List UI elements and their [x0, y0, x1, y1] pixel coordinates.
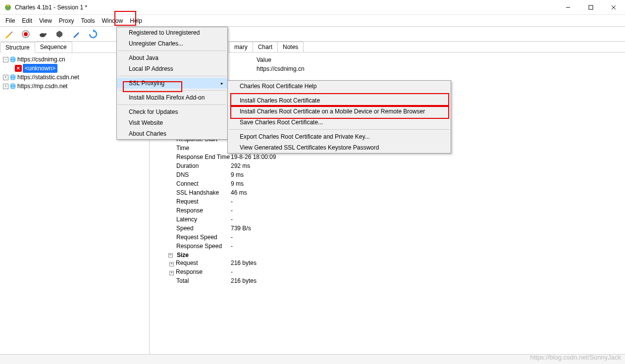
window-title: Charles 4.1b1 - Session 1 *: [15, 4, 87, 11]
record-icon[interactable]: [21, 29, 31, 39]
key-label: Request Speed: [162, 233, 231, 242]
key-label: Total: [162, 276, 231, 285]
error-icon: ✕: [15, 65, 22, 72]
group-label: Size: [177, 252, 189, 259]
tree-label: https://csdnimg.cn: [17, 55, 65, 64]
key-label: Speed: [162, 224, 231, 233]
tree-label: <unknown>: [23, 64, 57, 73]
tab-summary[interactable]: mary: [229, 42, 253, 52]
key-label: Response: [162, 206, 231, 215]
menubar: File Edit View Proxy Tools Window Help: [0, 15, 625, 27]
value-label: -: [231, 242, 233, 251]
menu-item[interactable]: About Charles: [117, 128, 227, 139]
collapse-icon[interactable]: −: [168, 253, 173, 258]
value-label: 739 B/s: [231, 224, 251, 233]
tab-sequence[interactable]: Sequence: [35, 42, 72, 52]
value-label: 292 ms: [231, 161, 250, 170]
size-row: +Response-: [162, 267, 617, 276]
value-label: 9 ms: [231, 179, 244, 188]
close-button[interactable]: [602, 0, 625, 15]
tab-notes[interactable]: Notes: [277, 42, 304, 52]
menu-edit[interactable]: Edit: [18, 16, 36, 25]
svg-rect-3: [589, 5, 593, 9]
globe-icon: [9, 56, 16, 63]
menu-item[interactable]: Visit Website: [117, 117, 227, 128]
menu-proxy[interactable]: Proxy: [55, 16, 78, 25]
menu-file[interactable]: File: [2, 16, 18, 25]
pen-icon[interactable]: [71, 29, 81, 39]
key-label: Latency: [162, 215, 231, 224]
timing-row: Connect9 ms: [162, 179, 617, 188]
menu-item[interactable]: Install Charles Root Certificate: [228, 95, 451, 106]
tab-structure[interactable]: Structure: [0, 42, 35, 53]
size-row: Total216 bytes: [162, 276, 617, 285]
menu-item[interactable]: Export Charles Root Certificate and Priv…: [228, 131, 451, 142]
key-label: Connect: [162, 179, 231, 188]
menu-item[interactable]: Local IP Address: [117, 63, 227, 74]
ssl-proxying-submenu: Charles Root Certificate HelpInstall Cha…: [227, 80, 451, 154]
tab-chart[interactable]: Chart: [253, 42, 278, 52]
timing-row: Response Speed-: [162, 242, 617, 251]
menu-view[interactable]: View: [36, 16, 55, 25]
tree-label: https://statistic.csdn.net: [17, 73, 79, 82]
timing-row: Response End Time19-8-26 18:00:09: [162, 153, 617, 161]
key-label: Response End Time: [162, 153, 231, 161]
menu-item[interactable]: Install Mozilla Firefox Add-on: [117, 92, 227, 103]
expand-icon[interactable]: +: [3, 75, 8, 80]
broom-icon[interactable]: [4, 29, 14, 39]
value-label: -: [231, 267, 233, 276]
value-label: 46 ms: [231, 188, 247, 197]
turtle-icon[interactable]: [38, 29, 48, 39]
menu-item[interactable]: Unregister Charles...: [117, 38, 227, 49]
size-header[interactable]: − Size: [162, 252, 617, 259]
svg-marker-11: [56, 31, 62, 38]
key-label: +Request: [162, 259, 231, 267]
menu-help[interactable]: Help: [126, 16, 146, 25]
menu-item[interactable]: View Generated SSL Certificates Keystore…: [228, 142, 451, 153]
value-label: -: [231, 206, 233, 215]
menu-tools[interactable]: Tools: [78, 16, 99, 25]
svg-point-10: [45, 33, 47, 35]
menu-item[interactable]: SSL Proxying▸: [117, 78, 227, 89]
value-label: 216 bytes: [231, 276, 257, 285]
titlebar: Charles 4.1b1 - Session 1 *: [0, 0, 625, 15]
key-label: SSL Handshake: [162, 188, 231, 197]
size-group: − Size +Request216 bytes+Response-Total2…: [162, 252, 617, 285]
app-icon: [4, 3, 12, 11]
globe-icon: [9, 74, 16, 81]
watermark: https://blog.csdn.net/SonnyJack: [530, 354, 621, 361]
timing-row: Request Speed-: [162, 233, 617, 242]
maximize-button[interactable]: [579, 0, 602, 15]
globe-icon: [9, 83, 16, 90]
expand-icon[interactable]: +: [169, 262, 174, 266]
expand-icon[interactable]: −: [3, 57, 8, 62]
menu-item[interactable]: Registered to Unregistered: [117, 27, 227, 38]
svg-line-6: [9, 32, 12, 35]
timing-row: Request-: [162, 197, 617, 206]
value-label: 9 ms: [231, 170, 244, 179]
help-menu: Registered to UnregisteredUnregister Cha…: [116, 27, 228, 140]
tree-label: https://mp.csdn.net: [17, 82, 67, 91]
timing-row: SSL Handshake46 ms: [162, 188, 617, 197]
expand-icon[interactable]: +: [3, 84, 8, 89]
window-controls: [557, 0, 625, 15]
menu-item[interactable]: Check for Updates: [117, 106, 227, 117]
menu-item[interactable]: Install Charles Root Certificate on a Mo…: [228, 106, 451, 117]
menu-window[interactable]: Window: [99, 16, 127, 25]
minimize-button[interactable]: [557, 0, 579, 15]
menu-item[interactable]: About Java: [117, 52, 227, 63]
hexagon-icon[interactable]: [54, 29, 64, 39]
expand-icon[interactable]: +: [169, 271, 174, 275]
key-label: +Response: [162, 267, 231, 276]
key-label: DNS: [162, 170, 231, 179]
menu-item[interactable]: Save Charles Root Certificate...: [228, 117, 451, 128]
timing-row: Response-: [162, 206, 617, 215]
refresh-icon[interactable]: [88, 29, 98, 39]
value-label: 216 bytes: [231, 259, 257, 267]
value-label: 19-8-26 18:00:09: [231, 153, 276, 161]
svg-point-8: [24, 32, 28, 36]
menu-item[interactable]: Charles Root Certificate Help: [228, 81, 451, 92]
size-row: +Request216 bytes: [162, 259, 617, 267]
toolbar: [0, 27, 625, 42]
timing-row: Speed739 B/s: [162, 224, 617, 233]
